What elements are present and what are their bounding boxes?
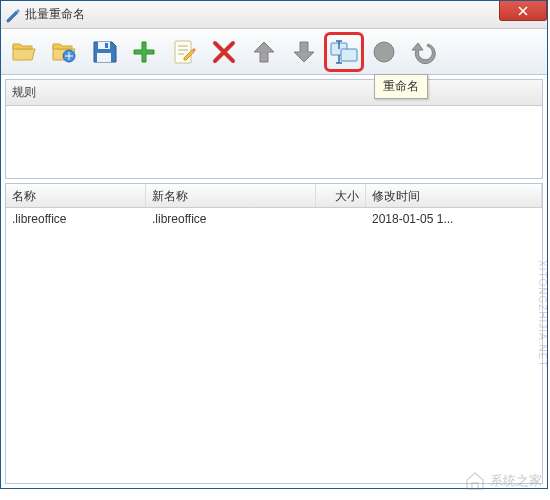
undo-button[interactable] xyxy=(407,35,441,69)
close-button[interactable] xyxy=(499,1,547,21)
column-header-size[interactable]: 大小 xyxy=(316,184,366,207)
move-down-button[interactable] xyxy=(287,35,321,69)
cell-size xyxy=(316,217,366,221)
rename-tooltip: 重命名 xyxy=(374,74,428,99)
watermark-text: 系统之家 xyxy=(490,472,542,490)
app-icon xyxy=(5,7,21,23)
column-header-time[interactable]: 修改时间 xyxy=(366,184,542,207)
cell-name: .libreoffice xyxy=(6,210,146,228)
add-button[interactable] xyxy=(127,35,161,69)
rename-button[interactable] xyxy=(327,35,361,69)
svg-rect-4 xyxy=(175,41,191,63)
titlebar: 批量重命名 xyxy=(1,1,547,29)
cell-time: 2018-01-05 1... xyxy=(366,210,542,228)
svg-rect-3 xyxy=(105,43,108,48)
watermark: 系统之家 xyxy=(464,470,542,492)
rules-header: 规则 xyxy=(6,80,542,106)
svg-point-7 xyxy=(374,42,394,62)
toolbar xyxy=(1,29,547,75)
column-header-name[interactable]: 名称 xyxy=(6,184,146,207)
window-title: 批量重命名 xyxy=(25,6,85,23)
open-file-button[interactable] xyxy=(47,35,81,69)
move-up-button[interactable] xyxy=(247,35,281,69)
app-window: 批量重命名 xyxy=(0,0,548,489)
file-table-header: 名称 新名称 大小 修改时间 xyxy=(6,184,542,208)
column-header-newname[interactable]: 新名称 xyxy=(146,184,316,207)
svg-rect-6 xyxy=(341,49,357,61)
open-folder-button[interactable] xyxy=(7,35,41,69)
record-button[interactable] xyxy=(367,35,401,69)
rules-list[interactable] xyxy=(6,106,542,178)
rules-panel: 规则 xyxy=(5,79,543,179)
delete-button[interactable] xyxy=(207,35,241,69)
file-table-body[interactable]: .libreoffice .libreoffice 2018-01-05 1..… xyxy=(6,208,542,483)
svg-rect-1 xyxy=(98,42,110,49)
svg-rect-2 xyxy=(97,53,111,62)
save-button[interactable] xyxy=(87,35,121,69)
watermark-url: XITONGZHIJIA.NET xyxy=(537,260,548,368)
table-row[interactable]: .libreoffice .libreoffice 2018-01-05 1..… xyxy=(6,208,542,230)
cell-newname: .libreoffice xyxy=(146,210,316,228)
file-panel: 名称 新名称 大小 修改时间 .libreoffice .libreoffice… xyxy=(5,183,543,484)
edit-button[interactable] xyxy=(167,35,201,69)
